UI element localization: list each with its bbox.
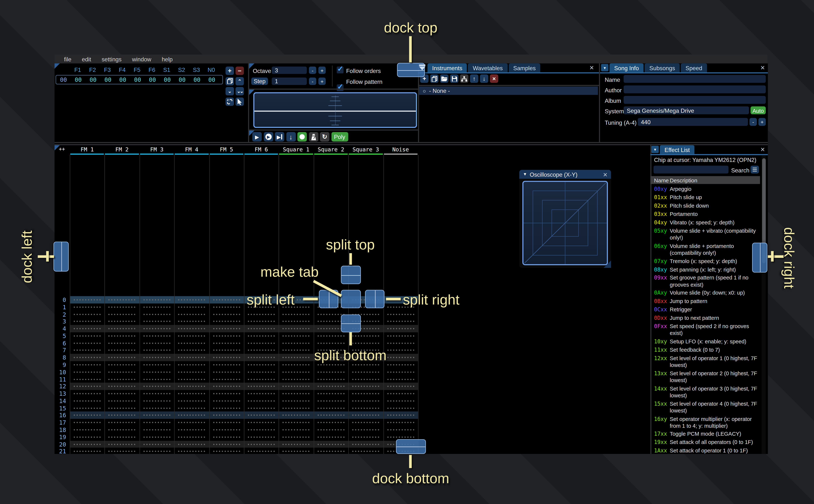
dock-bottom-target[interactable] bbox=[396, 439, 426, 454]
channel-header-square-1[interactable]: Square 1 bbox=[279, 145, 313, 153]
pattern-row[interactable] bbox=[70, 397, 418, 405]
instruments-organize-button[interactable] bbox=[460, 74, 469, 83]
dock-left-target[interactable] bbox=[53, 242, 69, 272]
channel-header-fm-3[interactable]: FM 3 bbox=[139, 145, 174, 153]
effect-row[interactable]: 05xyVolume slide + vibrato (compatibilit… bbox=[654, 227, 760, 242]
order-value-S3[interactable]: 00 bbox=[189, 76, 204, 83]
effect-list-menu-button[interactable] bbox=[751, 166, 759, 174]
channel-header-square-2[interactable]: Square 2 bbox=[313, 145, 348, 153]
effect-row[interactable]: 14xxSet level of operator 3 (0 highest, … bbox=[654, 384, 760, 399]
orders-remove-button[interactable]: − bbox=[235, 67, 244, 75]
split-top-target[interactable] bbox=[341, 266, 361, 284]
effect-row[interactable]: 0BxxJump to pattern bbox=[654, 297, 760, 305]
collapse-window-icon[interactable]: ▼ bbox=[601, 64, 609, 71]
pattern-row[interactable] bbox=[70, 412, 418, 419]
oscilloscope-xy-titlebar[interactable]: ▼ Oscilloscope (X-Y) × bbox=[519, 170, 611, 179]
system-input[interactable]: Sega Genesis/Mega Drive bbox=[624, 106, 749, 114]
tab-subsongs[interactable]: Subsongs bbox=[645, 63, 680, 72]
menu-item-edit[interactable]: edit bbox=[77, 56, 96, 62]
instruments-move-up-button[interactable]: ↑ bbox=[470, 74, 478, 83]
instruments-delete-button[interactable]: × bbox=[490, 74, 499, 83]
pattern-row[interactable] bbox=[70, 419, 418, 426]
order-value-F3[interactable]: 00 bbox=[100, 76, 115, 83]
effect-list-scrollbar[interactable] bbox=[762, 155, 766, 454]
orders-row[interactable]: 0000000000000000000000 bbox=[56, 75, 223, 84]
octave-input[interactable]: 3 bbox=[272, 67, 307, 74]
order-value-F1[interactable]: 00 bbox=[71, 76, 86, 83]
tuning-plus-button[interactable]: + bbox=[758, 118, 766, 126]
step-plus-button[interactable]: + bbox=[318, 78, 326, 85]
order-value-S2[interactable]: 00 bbox=[175, 76, 190, 83]
effect-row[interactable]: 02xxPitch slide down bbox=[654, 202, 760, 210]
pattern-row[interactable] bbox=[70, 318, 418, 325]
effect-row[interactable]: 13xxSet level of operator 2 (0 highest, … bbox=[654, 369, 760, 384]
oscilloscope-xy-window[interactable]: ▼ Oscilloscope (X-Y) × bbox=[519, 170, 611, 268]
effect-row[interactable]: 04xyVibrato (x: speed; y: depth) bbox=[654, 218, 760, 227]
instruments-move-down-button[interactable]: ↓ bbox=[480, 74, 489, 83]
pattern-row[interactable] bbox=[70, 441, 418, 448]
transport-step-row-button[interactable]: ↓ bbox=[286, 132, 295, 141]
pattern-row[interactable] bbox=[70, 368, 418, 376]
follow-pattern-checkbox[interactable]: ✓ bbox=[337, 84, 343, 91]
orders-move-up-button[interactable]: ⌃ bbox=[235, 77, 244, 85]
channel-header-square-3[interactable]: Square 3 bbox=[348, 145, 383, 153]
order-value-F2[interactable]: 00 bbox=[86, 76, 101, 83]
order-value-N0[interactable]: 00 bbox=[204, 76, 219, 83]
orders-duplicate-button[interactable] bbox=[226, 77, 234, 85]
pattern-row[interactable] bbox=[70, 433, 418, 441]
effect-row[interactable]: 0CxxRetrigger bbox=[654, 305, 760, 314]
octave-plus-button[interactable]: + bbox=[318, 67, 326, 74]
order-value-F6[interactable]: 00 bbox=[145, 76, 160, 83]
order-value-F5[interactable]: 00 bbox=[130, 76, 145, 83]
orders-duplicate-end-button[interactable]: ⌄⌄ bbox=[235, 87, 244, 95]
menu-item-window[interactable]: window bbox=[127, 56, 156, 62]
octave-minus-button[interactable]: - bbox=[309, 67, 316, 74]
tab-instruments[interactable]: Instruments bbox=[428, 63, 467, 72]
collapse-window-icon[interactable]: ▼ bbox=[651, 146, 659, 153]
menu-item-file[interactable]: file bbox=[59, 56, 77, 62]
split-right-target[interactable] bbox=[365, 290, 384, 308]
instruments-close-icon[interactable]: × bbox=[590, 64, 594, 71]
effect-row[interactable]: 15xxSet level of operator 4 (0 highest, … bbox=[654, 400, 760, 415]
tab-samples[interactable]: Samples bbox=[509, 63, 541, 72]
split-bottom-target[interactable] bbox=[341, 314, 361, 332]
effect-row[interactable]: 03xxPortamento bbox=[654, 210, 760, 218]
orders-order-edit-mode-button[interactable] bbox=[235, 97, 244, 106]
effect-row[interactable]: 12xxSet level of operator 1 (0 highest, … bbox=[654, 354, 760, 369]
follow-orders-checkbox[interactable]: ✓ bbox=[337, 67, 343, 73]
effect-row[interactable]: 0FxxSet speed (speed 2 if no grooves exi… bbox=[654, 322, 760, 337]
pattern-row[interactable] bbox=[70, 340, 418, 347]
effect-row[interactable]: 19xxSet attack of all operators (0 to 1F… bbox=[654, 438, 760, 447]
tab-speed[interactable]: Speed bbox=[681, 63, 707, 72]
transport-poly-button[interactable]: Poly bbox=[331, 132, 348, 141]
menu-item-settings[interactable]: settings bbox=[96, 56, 127, 62]
pattern-row[interactable] bbox=[70, 390, 418, 397]
channel-header-fm-1[interactable]: FM 1 bbox=[70, 145, 104, 153]
collapse-window-icon[interactable]: ▼ bbox=[523, 172, 527, 177]
transport-repeat-button[interactable]: ↻ bbox=[320, 132, 329, 141]
channel-header-fm-2[interactable]: FM 2 bbox=[104, 145, 139, 153]
transport-record-button[interactable] bbox=[297, 132, 307, 141]
instruments-open-button[interactable] bbox=[440, 74, 449, 83]
tab-wavetables[interactable]: Wavetables bbox=[468, 63, 508, 72]
step-input[interactable]: 1 bbox=[272, 78, 307, 85]
dock-right-target[interactable] bbox=[752, 243, 767, 272]
effect-row[interactable]: 09xxSet groove pattern (speed 1 if no gr… bbox=[654, 274, 760, 289]
effect-row[interactable]: 0DxxJump to next pattern bbox=[654, 314, 760, 322]
channel-header-fm-4[interactable]: FM 4 bbox=[174, 145, 209, 153]
pattern-row[interactable] bbox=[70, 405, 418, 412]
orders-move-down-button[interactable]: ⌄ bbox=[226, 87, 234, 95]
channel-header-fm-5[interactable]: FM 5 bbox=[209, 145, 244, 153]
resize-grip-icon[interactable] bbox=[604, 260, 611, 268]
effect-row[interactable]: 11xxSet feedback (0 to 7) bbox=[654, 346, 760, 354]
effect-row[interactable]: 1AxxSet attack of operator 1 (0 to 1F) bbox=[654, 447, 760, 454]
transport-metronome-button[interactable] bbox=[309, 132, 318, 141]
pattern-row[interactable] bbox=[70, 311, 418, 318]
effect-row[interactable]: 00xyArpeggio bbox=[654, 185, 760, 193]
order-value-S1[interactable]: 00 bbox=[160, 76, 175, 83]
tab-song-info[interactable]: Song Info bbox=[609, 63, 644, 72]
orders-add-button[interactable]: + bbox=[226, 67, 234, 75]
effect-row[interactable]: 06xyVolume slide + portamento (compatibi… bbox=[654, 242, 760, 257]
orders-deep-clone-button[interactable] bbox=[226, 97, 234, 106]
pattern-row[interactable] bbox=[70, 325, 418, 332]
